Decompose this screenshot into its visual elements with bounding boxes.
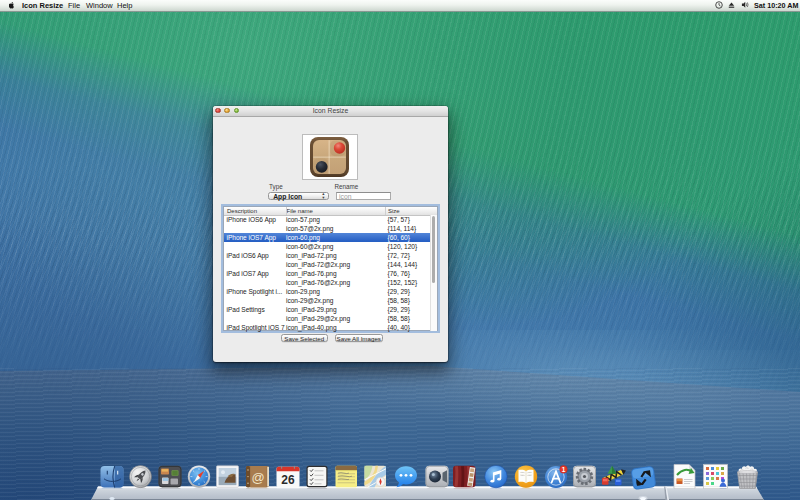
svg-text:26: 26 (281, 473, 295, 487)
svg-text:@: @ (251, 470, 264, 485)
svg-text:1: 1 (562, 466, 566, 473)
